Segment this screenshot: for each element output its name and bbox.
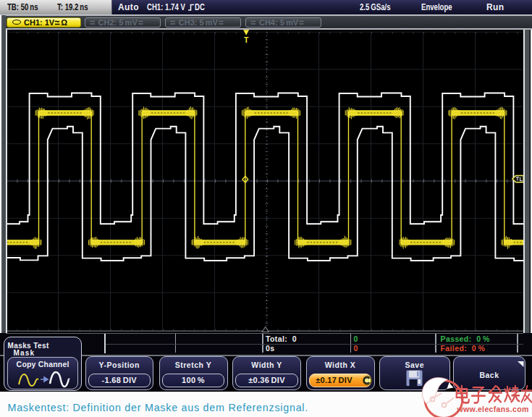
svg-text:T: T [244, 35, 249, 44]
